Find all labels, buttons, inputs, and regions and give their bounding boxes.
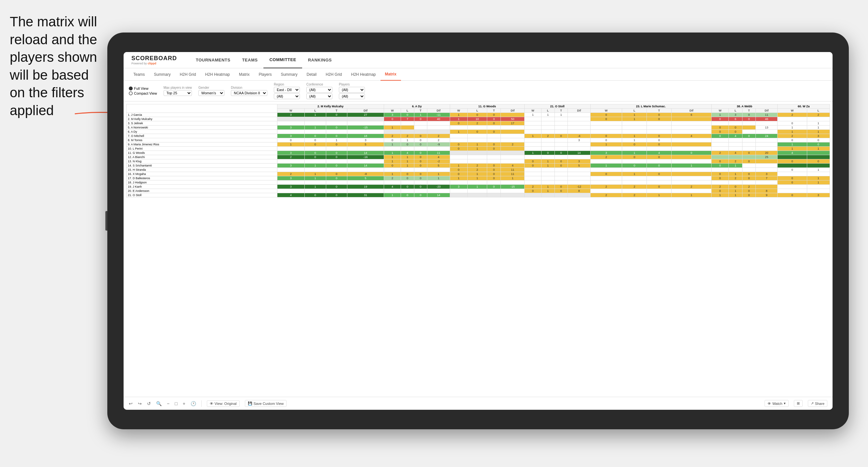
cell: 0 — [778, 121, 807, 126]
gender-select[interactable]: Women's — [198, 90, 224, 96]
cell — [590, 176, 622, 181]
cell — [326, 181, 347, 185]
cell — [414, 130, 427, 134]
cell — [590, 159, 622, 163]
view-original-button[interactable]: 👁 View: Original — [207, 400, 240, 407]
sub-dif-4: Dif — [568, 108, 591, 113]
cell — [711, 147, 728, 151]
compact-view-option[interactable]: Compact View — [129, 91, 157, 95]
cell — [555, 176, 568, 181]
sub-nav-detail[interactable]: Detail — [302, 68, 321, 81]
sub-nav-h2h-heatmap2[interactable]: H2H Heatmap — [346, 68, 380, 81]
cell: 1 — [450, 130, 467, 134]
cell — [622, 147, 647, 151]
cell — [742, 130, 755, 134]
cell: 0 — [487, 117, 501, 121]
minus-icon[interactable]: − — [167, 401, 169, 406]
nav-committee[interactable]: COMMITTEE — [264, 52, 302, 68]
main-content[interactable]: 2. M Kelly Mulcahy 6. A Dy 11. G Woods 2… — [124, 101, 833, 397]
sub-nav-teams[interactable]: Teams — [129, 68, 149, 81]
division-select[interactable]: NCAA Division II — [231, 90, 267, 96]
cell — [647, 176, 672, 181]
cell — [756, 143, 778, 147]
max-players-select[interactable]: Top 25 — [163, 90, 192, 96]
cell — [427, 181, 450, 185]
cell — [541, 117, 555, 121]
cell: 1 — [304, 176, 326, 181]
cell: 0 — [711, 176, 728, 181]
cell — [807, 189, 830, 193]
layout-button[interactable]: ⊞ — [794, 400, 803, 407]
player-name: 18. J Hodgson — [126, 181, 277, 185]
watch-button[interactable]: 👁 Watch ▾ — [765, 400, 789, 407]
cell: -15 — [347, 126, 384, 130]
row-header-player — [126, 104, 277, 113]
cell: 4 — [672, 134, 712, 138]
full-view-option[interactable]: Full View — [129, 87, 157, 90]
sub-nav-h2h-heatmap[interactable]: H2H Heatmap — [201, 68, 235, 81]
refresh-icon[interactable]: ↺ — [147, 401, 151, 406]
zoom-out-icon[interactable]: 🔍 — [156, 401, 162, 406]
cell: 0 — [647, 172, 672, 176]
cell: 0 — [401, 143, 414, 147]
player-name: 17. D Ballesteros — [126, 176, 277, 181]
cell: 4 — [401, 151, 414, 155]
cell: 6 — [672, 113, 712, 117]
region-select[interactable]: East - DII — [274, 87, 300, 93]
cell — [414, 126, 427, 130]
players-all-select[interactable]: (All) — [339, 93, 365, 99]
nav-rankings[interactable]: RANKINGS — [302, 52, 338, 68]
cell: 2 — [590, 155, 622, 159]
compact-view-radio[interactable] — [129, 91, 133, 95]
cell: 0 — [778, 168, 807, 172]
cell: 3 — [277, 163, 304, 168]
cell: 1 — [427, 176, 450, 181]
cell: 1 — [778, 143, 807, 147]
sub-nav-summary[interactable]: Summary — [149, 68, 175, 81]
cell: 4 — [647, 151, 672, 155]
cell — [277, 117, 304, 121]
table-row: 10. L Perini 010 11 — [126, 147, 830, 151]
cell: 14 — [427, 193, 450, 197]
region-all-select[interactable]: (All) — [274, 93, 300, 99]
cell: 2 — [427, 134, 450, 138]
cell — [647, 168, 672, 172]
cell: 1 — [467, 185, 487, 189]
cell: 0 — [450, 168, 467, 172]
cell — [467, 134, 487, 138]
full-view-radio[interactable] — [129, 87, 133, 90]
share-button[interactable]: ↗ Share — [808, 400, 827, 407]
cell: 0 — [647, 117, 672, 121]
cell: 0 — [487, 185, 501, 189]
sub-nav-h2h-grid[interactable]: H2H Grid — [175, 68, 201, 81]
nav-teams[interactable]: TEAMS — [236, 52, 264, 68]
table-row: 3. S Jelinek 02017 01 — [126, 121, 830, 126]
conference-label: Conference — [306, 83, 332, 86]
cell: 0 — [304, 143, 326, 147]
nav-tournaments[interactable]: TOURNAMENTS — [190, 52, 236, 68]
sub-nav-matrix2[interactable]: Matrix — [380, 68, 401, 81]
sub-nav-summary2[interactable]: Summary — [276, 68, 302, 81]
cell: 0 — [414, 138, 427, 143]
conference-all-select[interactable]: (All) — [306, 93, 332, 99]
plus-icon[interactable]: + — [183, 401, 185, 406]
cell — [487, 181, 501, 185]
table-row: 13. N Klug 110-2 0103 020 00 — [126, 159, 830, 163]
cell: 0 — [742, 172, 755, 176]
cell: 0 — [742, 193, 755, 197]
cell: 0 — [326, 126, 347, 130]
cell — [590, 189, 622, 193]
sub-nav-h2h-grid2[interactable]: H2H Grid — [321, 68, 346, 81]
reset-icon[interactable]: □ — [175, 401, 177, 406]
cell: 0 — [414, 155, 427, 159]
cell: 3 — [807, 193, 830, 197]
players-select[interactable]: (All) — [339, 87, 365, 93]
sub-nav-matrix[interactable]: Matrix — [235, 68, 254, 81]
save-custom-button[interactable]: 💾 Save Custom View — [245, 400, 287, 407]
redo-icon[interactable]: ↪ — [138, 401, 142, 406]
sub-nav-players[interactable]: Players — [254, 68, 276, 81]
conference-select[interactable]: (All) — [306, 87, 332, 93]
clock-icon[interactable]: 🕐 — [191, 401, 196, 406]
undo-icon[interactable]: ↩ — [129, 401, 133, 406]
table-row: 12. A Bianchi 200-16 1104 200 25 — [126, 155, 830, 159]
